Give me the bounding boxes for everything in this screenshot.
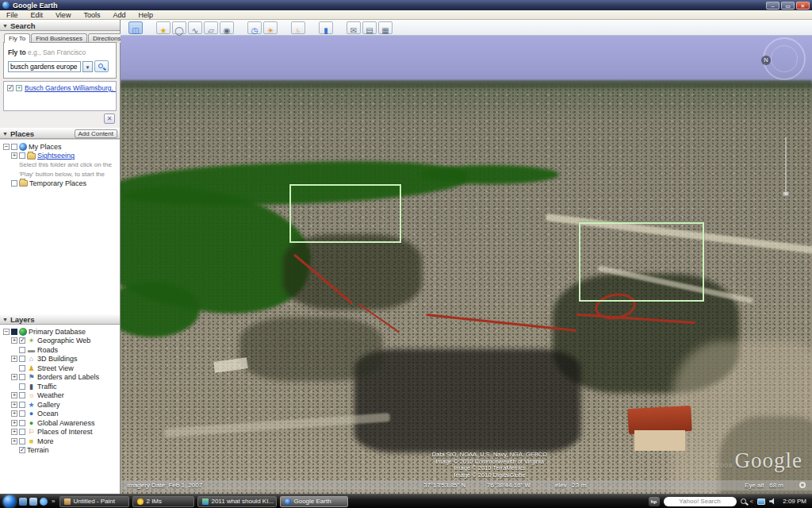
sightseeing-checkbox[interactable] <box>19 152 25 159</box>
tree-item-temporary-places[interactable]: Temporary Places <box>2 179 118 188</box>
historical-imagery-button[interactable]: ◷ <box>247 21 262 34</box>
quick-launch-overflow[interactable]: » <box>52 498 55 505</box>
layer-roads[interactable]: ▬ Roads <box>2 345 118 355</box>
layer-borders-and-labels[interactable]: ⚑ Borders and Labels <box>2 373 118 383</box>
menu-edit[interactable]: Edit <box>25 10 50 20</box>
temporary-places-checkbox[interactable] <box>11 180 17 187</box>
minimize-button[interactable]: – <box>766 2 779 10</box>
task-paint[interactable]: Untitled - Paint <box>59 496 129 507</box>
compass-north-badge[interactable]: N <box>761 56 771 65</box>
internet-explorer-icon[interactable] <box>40 498 48 506</box>
maximize-button[interactable]: ▭ <box>781 2 795 10</box>
search-result-link[interactable]: Busch Gardens Williamsburg, Robe <box>25 84 116 92</box>
menu-tools[interactable]: Tools <box>77 10 106 20</box>
record-tour-button[interactable]: ◉ <box>220 21 234 34</box>
layer-places-of-interest[interactable]: ⚐ Places of Interest <box>2 428 118 437</box>
expander-icon[interactable] <box>3 329 10 335</box>
expander-icon[interactable] <box>11 410 17 417</box>
fly-to-input[interactable] <box>8 61 81 72</box>
task-browser-page[interactable]: 2011 what should KI... <box>197 496 277 507</box>
tree-item-my-places[interactable]: My Places <box>2 142 118 152</box>
result-checkbox[interactable] <box>7 85 13 91</box>
layer-street-view[interactable]: ♟ Street View <box>2 364 118 373</box>
result-expander-icon[interactable] <box>16 85 22 91</box>
layer-gallery[interactable]: ★ Gallery <box>2 400 118 410</box>
yahoo-search-icon[interactable] <box>741 498 746 504</box>
layer-geographic-web[interactable]: ✶ Geographic Web <box>2 337 118 346</box>
add-path-button[interactable]: ∿ <box>188 21 202 34</box>
email-button[interactable]: ✉ <box>347 21 361 34</box>
yahoo-search-input[interactable]: Yahoo! Search <box>664 497 737 506</box>
my-places-checkbox[interactable] <box>11 144 17 150</box>
expander-icon[interactable] <box>11 392 17 398</box>
layer-checkbox[interactable] <box>19 429 25 435</box>
navigation-compass[interactable]: N <box>763 37 806 80</box>
menu-add[interactable]: Add <box>106 10 132 20</box>
expander-icon[interactable] <box>11 356 17 362</box>
task-instant-messages[interactable]: 2 IMs <box>132 496 194 507</box>
layer-3d-buildings[interactable]: ⌂ 3D Buildings <box>2 355 118 364</box>
menu-view[interactable]: View <box>49 10 77 20</box>
layer-ocean[interactable]: ● Ocean <box>2 410 118 419</box>
expander-icon[interactable] <box>11 438 17 444</box>
layer-checkbox[interactable] <box>19 356 25 362</box>
window-switcher-icon[interactable] <box>29 498 37 506</box>
zoom-slider-handle[interactable] <box>783 191 789 196</box>
expander-icon[interactable] <box>11 374 17 380</box>
sky-button[interactable]: ♄ <box>291 21 305 34</box>
show-desktop-icon[interactable] <box>19 498 27 506</box>
layer-primary-database[interactable]: Primary Database <box>2 327 118 337</box>
layer-more[interactable]: ■ More <box>2 437 118 446</box>
layer-checkbox[interactable] <box>11 329 17 335</box>
add-content-button[interactable]: Add Content <box>75 129 117 138</box>
layer-checkbox[interactable] <box>19 420 25 426</box>
menu-help[interactable]: Help <box>132 10 159 20</box>
save-image-button[interactable]: ▦ <box>378 21 393 34</box>
clear-search-button[interactable]: ✕ <box>104 114 115 124</box>
layer-checkbox[interactable] <box>19 438 25 444</box>
sunlight-button[interactable]: ☀ <box>263 21 278 34</box>
expander-icon[interactable] <box>11 429 17 435</box>
volume-icon[interactable] <box>769 498 776 505</box>
task-google-earth[interactable]: Google Earth <box>280 496 348 507</box>
layer-global-awareness[interactable]: ● Global Awareness <box>2 418 118 428</box>
search-history-dropdown-button[interactable]: ▾ <box>82 61 93 72</box>
layer-checkbox[interactable] <box>19 374 25 380</box>
tab-fly-to[interactable]: Fly To <box>4 33 30 43</box>
layer-checkbox[interactable] <box>19 402 25 408</box>
tray-collapse-chevron[interactable]: < <box>750 498 754 505</box>
hp-tray-icon[interactable]: hp <box>649 497 660 506</box>
add-image-overlay-button[interactable]: ▱ <box>204 21 218 34</box>
add-placemark-button[interactable]: ★ <box>156 21 170 34</box>
places-panel-header[interactable]: ▼ Places Add Content <box>0 128 120 139</box>
layers-panel-header[interactable]: ▼ Layers <box>0 314 120 325</box>
layer-terrain[interactable]: Terrain <box>2 446 118 456</box>
search-result-item[interactable]: Busch Gardens Williamsburg, Robe <box>7 84 116 92</box>
start-button[interactable] <box>3 495 16 508</box>
close-button[interactable]: ✕ <box>796 2 810 10</box>
earth-viewport[interactable]: N Data SIO, NOAA, U.S. Navy, NGA, GEBCO … <box>121 36 812 494</box>
layer-checkbox[interactable] <box>19 383 25 390</box>
add-polygon-button[interactable]: ◯ <box>172 21 186 34</box>
expander-icon[interactable] <box>11 402 17 408</box>
network-icon[interactable] <box>757 498 765 505</box>
expander-icon[interactable] <box>3 144 10 150</box>
print-button[interactable]: ▤ <box>362 21 377 34</box>
layer-checkbox[interactable] <box>19 365 25 371</box>
layer-checkbox[interactable] <box>19 337 25 344</box>
tree-item-sightseeing[interactable]: Sightseeing <box>2 152 118 161</box>
zoom-slider[interactable] <box>785 137 787 196</box>
expander-icon[interactable] <box>11 420 17 426</box>
expander-icon[interactable] <box>11 337 17 344</box>
sidebar-toggle-button[interactable]: ◫ <box>128 21 143 34</box>
layer-checkbox[interactable] <box>19 392 25 398</box>
layer-traffic[interactable]: ▮ Traffic <box>2 382 118 391</box>
layer-checkbox[interactable] <box>19 410 25 417</box>
expander-icon[interactable] <box>11 152 17 159</box>
layer-checkbox[interactable] <box>19 347 25 353</box>
menu-file[interactable]: File <box>0 10 25 20</box>
layer-weather[interactable]: ☼ Weather <box>2 391 118 401</box>
search-panel-header[interactable]: ▼ Search <box>0 20 120 31</box>
search-button[interactable] <box>94 60 109 72</box>
layer-checkbox[interactable] <box>19 447 25 453</box>
